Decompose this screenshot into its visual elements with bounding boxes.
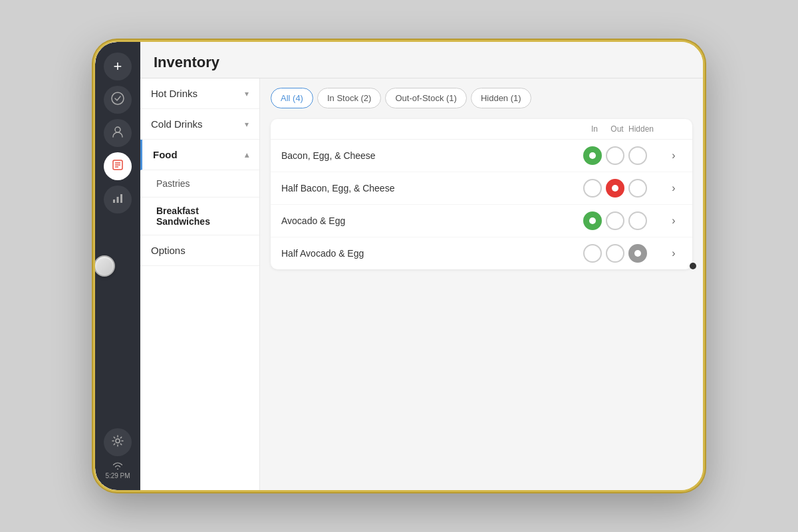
cold-drinks-chevron: ▾ [245,120,249,129]
page-header: Inventory [140,42,703,78]
content-area: Hot Drinks ▾ Cold Drinks ▾ Food ▴ P [140,78,703,490]
hot-drinks-chevron: ▾ [245,89,249,98]
radio-hidden[interactable] [628,179,647,198]
category-list: Hot Drinks ▾ Cold Drinks ▾ Food ▴ P [140,78,259,490]
settings-icon [111,434,124,451]
wifi-icon [112,462,124,471]
col-in: In [583,124,606,134]
item-name: Avocado & Egg [281,215,583,226]
radio-dot [589,217,596,224]
svg-rect-8 [120,194,122,203]
radio-dot [612,185,618,192]
category-options[interactable]: Options [140,235,259,266]
page-title: Inventory [154,54,219,70]
col-hidden: Hidden [628,124,651,134]
category-cold-drinks[interactable]: Cold Drinks ▾ [140,109,259,140]
radio-out[interactable] [606,244,624,263]
category-panel: Hot Drinks ▾ Cold Drinks ▾ Food ▴ P [140,78,260,490]
hot-drinks-label: Hot Drinks [151,88,198,99]
svg-rect-7 [117,197,119,203]
radio-group [583,211,663,230]
item-name: Half Avocado & Egg [281,248,583,259]
filter-all-label: All (4) [281,93,303,103]
filter-out-of-stock[interactable]: Out-of-Stock (1) [385,88,466,108]
radio-out[interactable] [606,146,624,165]
analytics-button[interactable] [104,186,132,213]
item-name: Half Bacon, Egg, & Cheese [281,183,583,194]
inventory-table: In Out Hidden Bacon, Egg, & Cheese [271,119,692,269]
expand-button[interactable]: › [666,213,682,229]
svg-rect-6 [113,200,115,203]
sidebar-bottom: 5:29 PM [104,428,132,479]
customers-icon [111,125,124,142]
radio-hidden[interactable] [628,211,647,230]
item-name: Bacon, Egg, & Cheese [281,150,583,161]
breakfast-sandwiches-label: Breakfast Sandwiches [156,205,210,227]
category-pastries[interactable]: Pastries [140,170,259,198]
svg-point-9 [116,439,120,443]
table-row: Half Avocado & Egg › [271,237,692,269]
settings-button[interactable] [104,428,132,456]
table-header: In Out Hidden [271,119,692,140]
table-row: Half Bacon, Egg, & Cheese › [271,172,692,205]
table-row: Bacon, Egg, & Cheese › [271,140,692,172]
status-bar: 5:29 PM [105,462,130,479]
customers-button[interactable] [104,119,132,147]
radio-in[interactable] [583,211,602,230]
options-label: Options [151,245,186,256]
inventory-nav-icon [111,158,124,175]
pastries-label: Pastries [156,178,190,189]
radio-in[interactable] [583,179,602,198]
expand-button[interactable]: › [666,245,682,261]
radio-out[interactable] [606,179,624,198]
cold-drinks-label: Cold Drinks [151,118,203,130]
tablet-frame: + [93,40,705,492]
radio-group [583,146,663,165]
radio-group [583,179,663,198]
radio-out[interactable] [606,211,624,230]
food-chevron: ▴ [245,150,249,160]
inventory-button[interactable] [104,152,132,180]
column-labels: In Out Hidden [583,124,663,134]
tablet-inner: + [95,42,703,490]
radio-dot [589,152,596,159]
analytics-icon [111,192,124,208]
filter-out-of-stock-label: Out-of-Stock (1) [395,93,456,103]
orders-icon [111,92,124,108]
expand-button[interactable]: › [666,148,682,164]
inventory-panel: All (4) In Stock (2) Out-of-Stock (1) Hi… [260,78,703,490]
add-button[interactable]: + [104,53,132,80]
category-breakfast-sandwiches[interactable]: Breakfast Sandwiches [140,198,259,235]
radio-hidden[interactable] [628,244,647,263]
home-button[interactable] [94,255,115,277]
filter-hidden-label: Hidden (1) [481,93,521,103]
radio-group [583,244,663,263]
col-out: Out [606,124,628,134]
expand-button[interactable]: › [666,180,682,196]
filter-in-stock[interactable]: In Stock (2) [317,88,381,108]
table-row: Avocado & Egg › [271,205,692,237]
radio-hidden[interactable] [628,146,647,165]
svg-point-0 [112,92,124,104]
filter-all[interactable]: All (4) [271,88,313,108]
radio-in[interactable] [583,146,602,165]
time-display: 5:29 PM [105,472,130,479]
food-label: Food [153,149,178,160]
svg-point-1 [115,127,120,132]
main-content: Inventory Hot Drinks ▾ Cold Drinks ▾ [140,42,703,490]
add-icon: + [114,58,122,75]
orders-button[interactable] [104,86,132,114]
category-hot-drinks[interactable]: Hot Drinks ▾ [140,78,259,109]
radio-dot [634,250,641,257]
radio-in[interactable] [583,244,602,263]
category-food[interactable]: Food ▴ [140,140,259,170]
filter-in-stock-label: In Stock (2) [327,93,371,103]
right-dot [690,263,696,269]
filter-tabs: All (4) In Stock (2) Out-of-Stock (1) Hi… [271,88,692,108]
filter-hidden[interactable]: Hidden (1) [471,88,531,108]
